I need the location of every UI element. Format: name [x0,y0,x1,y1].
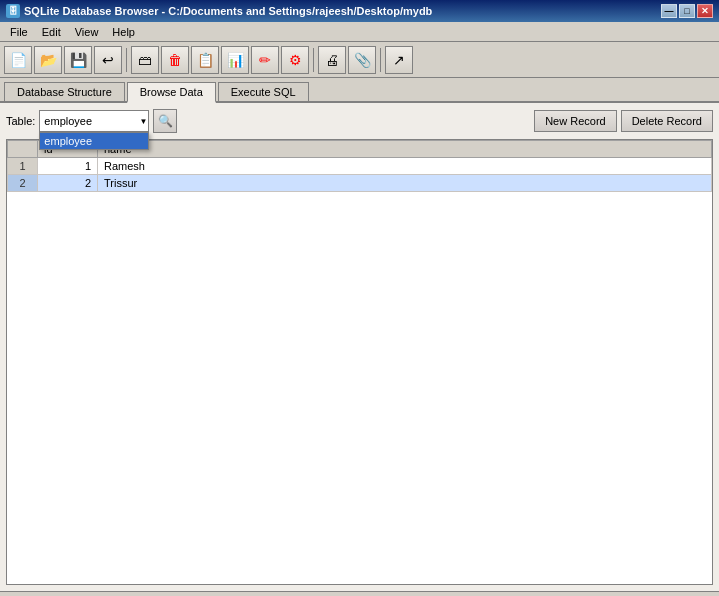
toolbar-cursor[interactable]: ↗ [385,46,413,74]
table-label: Table: [6,115,35,127]
cell-rownum: 2 [8,175,38,192]
delete-record-button[interactable]: Delete Record [621,110,713,132]
menu-bar: File Edit View Help [0,22,719,42]
toolbar-new[interactable]: 📄 [4,46,32,74]
table-row[interactable]: 22Trissur [8,175,712,192]
window-controls: — □ ✕ [661,4,713,18]
close-button[interactable]: ✕ [697,4,713,18]
toolbar: 📄 📂 💾 ↩ 🗃 🗑 📋 📊 ✏ ⚙ 🖨 📎 ↗ [0,42,719,78]
toolbar-edit[interactable]: ✏ [251,46,279,74]
new-record-button[interactable]: New Record [534,110,617,132]
cell-id: 1 [38,158,98,175]
cell-rownum: 1 [8,158,38,175]
toolbar-save[interactable]: 💾 [64,46,92,74]
col-header-name: name [98,141,712,158]
col-header-rownum [8,141,38,158]
dropdown-item-employee[interactable]: employee [40,133,148,149]
cell-name: Trissur [98,175,712,192]
tab-browse-data[interactable]: Browse Data [127,82,216,103]
toolbar-separator-3 [380,48,381,72]
tab-database-structure[interactable]: Database Structure [4,82,125,101]
menu-edit[interactable]: Edit [36,25,67,39]
cell-name: Ramesh [98,158,712,175]
toolbar-table[interactable]: 🗃 [131,46,159,74]
title-bar: 🗄 SQLite Database Browser - C:/Documents… [0,0,719,22]
toolbar-delete-row[interactable]: 📊 [221,46,249,74]
toolbar-delete-table[interactable]: 🗑 [161,46,189,74]
minimize-button[interactable]: — [661,4,677,18]
search-button[interactable]: 🔍 [153,109,177,133]
toolbar-separator-1 [126,48,127,72]
bottom-nav: < 1 - 2 of 2 > Go to: [0,591,719,596]
toolbar-browse[interactable]: ⚙ [281,46,309,74]
menu-file[interactable]: File [4,25,34,39]
table-select-input[interactable] [39,110,149,132]
menu-view[interactable]: View [69,25,105,39]
cell-id: 2 [38,175,98,192]
toolbar-insert-row[interactable]: 📋 [191,46,219,74]
window-title: SQLite Database Browser - C:/Documents a… [24,5,432,17]
table-row[interactable]: 11Ramesh [8,158,712,175]
tab-execute-sql[interactable]: Execute SQL [218,82,309,101]
toolbar-separator-2 [313,48,314,72]
app-icon: 🗄 [6,4,20,18]
maximize-button[interactable]: □ [679,4,695,18]
tab-bar: Database Structure Browse Data Execute S… [0,78,719,103]
toolbar-undo[interactable]: ↩ [94,46,122,74]
menu-help[interactable]: Help [106,25,141,39]
toolbar-open[interactable]: 📂 [34,46,62,74]
table-controls: Table: ▼ employee 🔍 New Record Delete Re… [6,109,713,133]
toolbar-export[interactable]: 📎 [348,46,376,74]
table-selector-wrapper: ▼ employee [39,110,149,132]
main-content: Table: ▼ employee 🔍 New Record Delete Re… [0,103,719,591]
table-dropdown-list: employee [39,132,149,150]
data-table-wrapper: id name 11Ramesh22Trissur [6,139,713,585]
toolbar-print[interactable]: 🖨 [318,46,346,74]
